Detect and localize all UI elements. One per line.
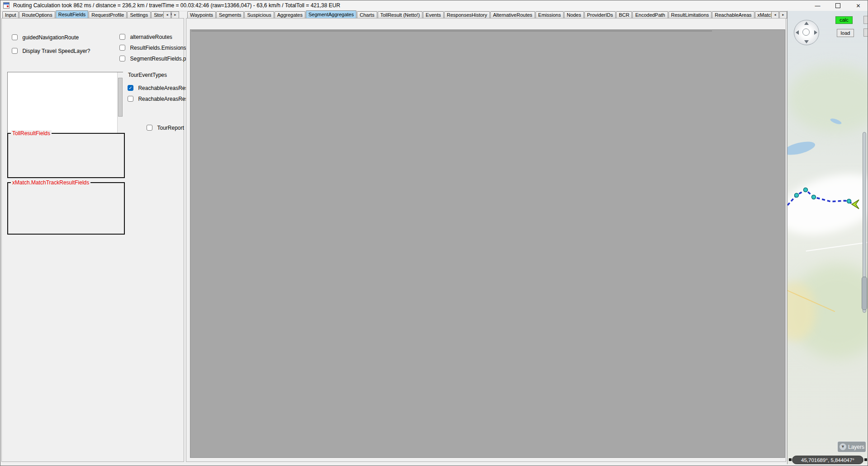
app-icon [3, 2, 9, 9]
checkbox-box[interactable] [119, 34, 125, 40]
left-tab-scroll: ◄ ► [163, 11, 179, 19]
tab-input[interactable]: Input [2, 11, 19, 19]
pan-west-icon[interactable] [796, 30, 799, 35]
clipped-button[interactable] [863, 16, 868, 24]
layers-label: Layers [848, 444, 864, 450]
result-fields-page: guidedNavigationRoute alternativeRoutes … [1, 18, 184, 462]
checkbox-label: guidedNavigationRoute [22, 34, 79, 41]
clipped-button[interactable] [863, 28, 868, 37]
close-icon: ✕ [856, 3, 860, 9]
waypoint-dot[interactable] [812, 195, 816, 199]
route-destination-marker[interactable] [852, 200, 859, 209]
tab-alternativeroutes[interactable]: AlternativeRoutes [490, 11, 535, 19]
data-grid-panel [190, 29, 785, 458]
checkbox-box[interactable] [119, 56, 125, 61]
title-bar[interactable]: Routing Calculation took 862 ms / distan… [0, 0, 868, 11]
overlay-grip[interactable] [864, 458, 867, 461]
tab-scroll-left-icon[interactable]: ◄ [163, 11, 171, 19]
tab-encodedpath[interactable]: EncodedPath [632, 11, 668, 19]
segment-aggregates-grid[interactable] [191, 31, 712, 31]
tab-providerids[interactable]: ProviderIDs [584, 11, 616, 19]
checkbox-label: ResultFields.Emissions [130, 45, 186, 51]
tab-scroll-right-icon[interactable]: ► [171, 11, 179, 19]
xmatch-result-fields-group: xMatch.MatchTrackResultFields [7, 182, 125, 235]
tab-reachableareas[interactable]: ReachableAreas [712, 11, 754, 19]
tour-event-types-label: TourEventTypes [128, 72, 167, 78]
checkbox-box[interactable] [119, 45, 125, 51]
tab-emissions[interactable]: Emissions [536, 11, 564, 19]
tab-nodes[interactable]: Nodes [564, 11, 584, 19]
checkbox-label: Display Travel SpeedLayer? [22, 48, 90, 54]
close-button[interactable]: ✕ [848, 0, 868, 11]
tab-routeoptions[interactable]: RouteOptions [19, 11, 55, 19]
layers-button[interactable]: ▼ Layers [837, 441, 866, 452]
compass-control[interactable] [794, 20, 819, 45]
listbox-scrollbar[interactable] [117, 72, 123, 133]
route-overlay [787, 11, 868, 464]
toll-result-fields-group: TollResultFields [7, 133, 125, 178]
tab-segments[interactable]: Segments [216, 11, 244, 19]
left-tab-strip: InputRouteOptionsResultFieldsRequestProf… [2, 10, 182, 19]
tab-segmentaggregates[interactable]: SegmentAggregates [306, 10, 356, 19]
tab-waypoints[interactable]: Waypoints [187, 11, 216, 19]
group-title: TollResultFields [11, 130, 52, 137]
tab-responseshistory[interactable]: ResponsesHistory [444, 11, 490, 19]
pan-south-icon[interactable] [804, 40, 809, 43]
pan-east-icon[interactable] [814, 30, 817, 35]
tab-suspicious[interactable]: Suspicious [244, 11, 274, 19]
tab-tollresult-netto[interactable]: TollResult (Netto!) [378, 11, 422, 19]
calc-button[interactable]: calc [835, 16, 853, 24]
compass-center-icon[interactable] [802, 28, 810, 36]
event-types-listbox[interactable] [7, 72, 123, 133]
tab-resultlimitations[interactable]: ResultLimitations [669, 11, 712, 19]
checkbox-label: SegmentResultFields.pro [130, 56, 191, 62]
layers-chevron-icon: ▼ [840, 443, 846, 450]
tab-bcr[interactable]: BCR [616, 11, 632, 19]
checkbox-label: ReachableAreasRes [138, 96, 188, 102]
tab-scroll-right-icon[interactable]: ► [779, 11, 787, 19]
application-window: Routing Calculation took 862 ms / distan… [0, 0, 868, 466]
tab-resultfields[interactable]: ResultFields [56, 10, 89, 19]
checkbox-label: TourReport [157, 125, 184, 131]
maximize-icon [835, 3, 840, 8]
checkbox-segment-result-fields[interactable]: SegmentResultFields.pro [119, 54, 191, 62]
tab-requestprofile[interactable]: RequestProfile [89, 11, 127, 19]
route-path [787, 190, 854, 205]
minimize-icon: — [815, 3, 821, 9]
checkbox-label: alternativeRoutes [130, 34, 172, 40]
checkbox-guided-navigation-route[interactable]: guidedNavigationRoute [12, 33, 79, 41]
tab-events[interactable]: Events [423, 11, 444, 19]
tab-aggregates[interactable]: Aggregates [275, 11, 305, 19]
scrollbar-thumb[interactable] [118, 78, 123, 117]
waypoint-dot[interactable] [804, 188, 808, 192]
map-pane[interactable]: calc load ▼ Layers 45,701689°, 5,844047° [787, 11, 868, 464]
checkbox-tour-report[interactable]: TourReport [147, 123, 184, 132]
checkbox-alternative-routes[interactable]: alternativeRoutes [119, 33, 172, 41]
waypoint-dot[interactable] [847, 199, 851, 203]
checkbox-resultfields-emissions[interactable]: ResultFields.Emissions [119, 43, 186, 52]
checkbox-box[interactable] [128, 96, 133, 102]
checkbox-box[interactable] [12, 48, 18, 54]
checkbox-box[interactable] [12, 34, 18, 40]
tab-scroll-left-icon[interactable]: ◄ [771, 11, 779, 19]
checkbox-box[interactable]: ✓ [128, 85, 133, 91]
result-tab-scroll: ◄ ► [771, 11, 787, 19]
checkbox-display-travel-speed-layer[interactable]: Display Travel SpeedLayer? [12, 47, 90, 55]
maximize-button[interactable] [828, 0, 848, 11]
waypoint-dot[interactable] [795, 193, 799, 198]
pan-north-icon[interactable] [804, 22, 809, 25]
coordinate-display: 45,701689°, 5,844047° [792, 456, 863, 464]
load-button[interactable]: load [837, 29, 854, 37]
checkbox-label: ReachableAreasRes [138, 85, 188, 91]
zoom-slider-handle[interactable] [862, 277, 867, 310]
tab-settings[interactable]: Settings [127, 11, 151, 19]
window-title: Routing Calculation took 862 ms / distan… [13, 2, 340, 9]
checkbox-reachable-areas-res-2[interactable]: ReachableAreasRes [128, 94, 188, 103]
overlay-grip[interactable] [789, 458, 792, 461]
minimize-button[interactable]: — [807, 0, 828, 11]
checkbox-box[interactable] [147, 125, 152, 131]
tab-charts[interactable]: Charts [357, 11, 377, 19]
checkbox-reachable-areas-res-1[interactable]: ✓ ReachableAreasRes [128, 84, 188, 92]
group-title: xMatch.MatchTrackResultFields [11, 179, 90, 186]
result-tab-strip: WaypointsSegmentsSuspiciousAggregatesSeg… [187, 10, 775, 19]
